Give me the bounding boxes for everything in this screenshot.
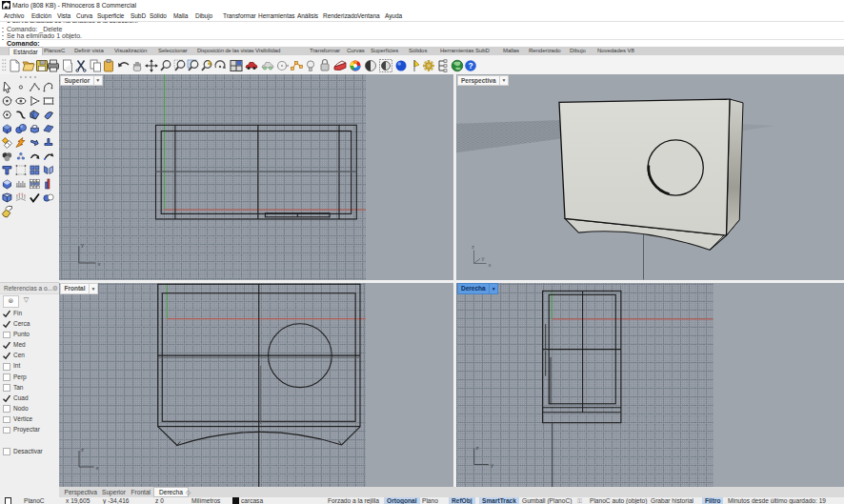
svg-text:x: x: [96, 464, 99, 470]
svg-text:?: ?: [468, 61, 472, 71]
svg-text:x: x: [98, 261, 101, 267]
svg-text:z: z: [81, 447, 84, 453]
svg-text:y: y: [81, 242, 84, 248]
svg-text:z: z: [472, 244, 474, 250]
svg-text:z: z: [475, 444, 478, 450]
svg-text:y: y: [481, 255, 484, 261]
svg-text:y: y: [491, 462, 493, 468]
svg-text:x: x: [488, 262, 491, 268]
